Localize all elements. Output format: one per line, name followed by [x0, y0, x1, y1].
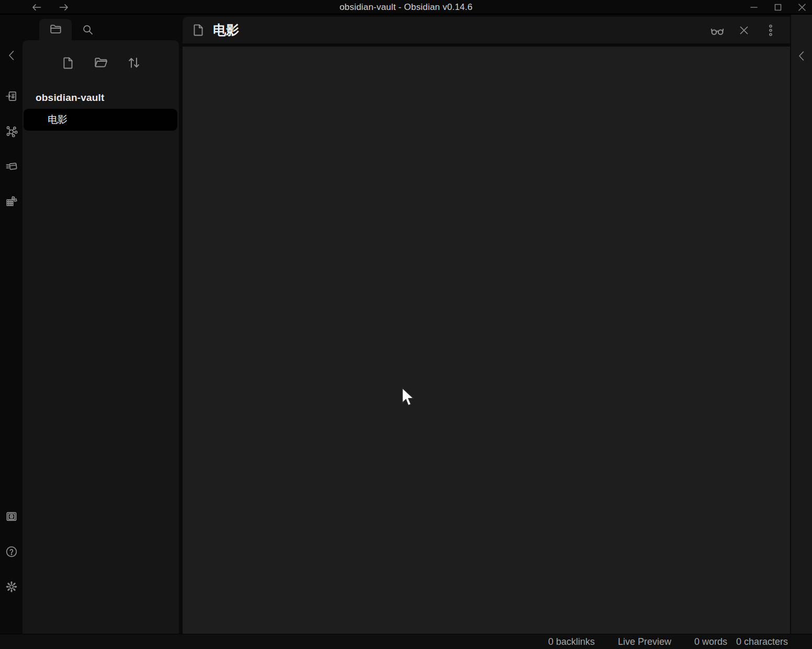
expand-right-sidebar-button[interactable]	[792, 47, 811, 65]
minimize-button[interactable]	[748, 2, 760, 13]
main-pane: 电影	[183, 17, 790, 634]
random-note-button[interactable]	[2, 192, 21, 211]
vault-name[interactable]: obsidian-vault	[36, 92, 105, 104]
reading-mode-button[interactable]	[709, 22, 725, 38]
settings-gear-icon	[5, 580, 18, 594]
sort-order-button[interactable]	[125, 53, 143, 72]
file-explorer-actions	[59, 53, 143, 72]
tab-search[interactable]	[72, 19, 104, 40]
collapse-left-sidebar-icon	[6, 49, 17, 62]
new-folder-icon	[93, 55, 109, 71]
sidebar-tab-bar	[22, 15, 181, 40]
status-word-count: 0 words	[694, 636, 727, 647]
more-options-button[interactable]	[763, 22, 779, 38]
collapse-left-sidebar-button[interactable]	[2, 46, 21, 65]
title-bar: obsidian-vault - Obsidian v0.14.6	[0, 0, 812, 15]
random-note-icon	[5, 195, 18, 208]
new-note-button[interactable]	[59, 53, 77, 72]
ribbon-bottom-group	[2, 507, 21, 596]
ribbon-top-group	[2, 87, 21, 211]
quick-switcher-button[interactable]	[2, 87, 21, 106]
zettelkasten-note-button[interactable]	[2, 157, 21, 176]
window-title: obsidian-vault - Obsidian v0.14.6	[0, 0, 812, 15]
minimize-icon	[749, 3, 759, 12]
status-character-count: 0 characters	[736, 636, 788, 647]
help-icon	[5, 545, 18, 559]
window-controls	[748, 0, 808, 15]
left-ribbon	[0, 15, 22, 634]
vault-switcher-button[interactable]	[2, 507, 21, 526]
more-options-icon	[765, 24, 776, 37]
close-icon	[797, 2, 807, 13]
graph-view-button[interactable]	[2, 122, 21, 141]
search-icon	[81, 23, 95, 37]
status-bar: 0 backlinks Live Preview 0 words 0 chara…	[0, 634, 812, 649]
note-header-actions	[709, 22, 779, 38]
file-item-selected[interactable]: 电影	[24, 109, 177, 131]
new-folder-button[interactable]	[92, 53, 110, 72]
maximize-button[interactable]	[772, 2, 784, 13]
close-icon	[737, 24, 751, 37]
tab-file-explorer[interactable]	[39, 19, 72, 40]
close-window-button[interactable]	[796, 2, 808, 13]
quick-switcher-icon	[5, 89, 18, 103]
close-note-button[interactable]	[736, 22, 752, 38]
status-editor-mode: Live Preview	[618, 636, 671, 647]
note-editor-area[interactable]	[183, 47, 790, 634]
help-button[interactable]	[2, 542, 21, 561]
note-tab-header: 电影	[183, 17, 790, 43]
document-icon	[191, 22, 206, 38]
graph-view-icon	[5, 124, 18, 138]
right-sidebar-collapsed	[791, 15, 812, 634]
vault-switcher-icon	[5, 510, 18, 523]
file-explorer-panel: obsidian-vault 电影	[22, 40, 179, 634]
reading-mode-glasses-icon	[709, 22, 726, 39]
note-title: 电影	[213, 21, 239, 39]
expand-right-sidebar-icon	[796, 49, 807, 63]
sort-order-icon	[126, 55, 142, 71]
maximize-icon	[773, 3, 783, 12]
folder-icon	[49, 22, 63, 37]
zettelkasten-note-icon	[5, 160, 18, 173]
status-backlinks: 0 backlinks	[548, 636, 595, 647]
file-item-label: 电影	[48, 113, 67, 127]
left-sidebar: obsidian-vault 电影	[22, 15, 181, 634]
settings-button[interactable]	[2, 577, 21, 596]
new-note-icon	[61, 55, 76, 71]
